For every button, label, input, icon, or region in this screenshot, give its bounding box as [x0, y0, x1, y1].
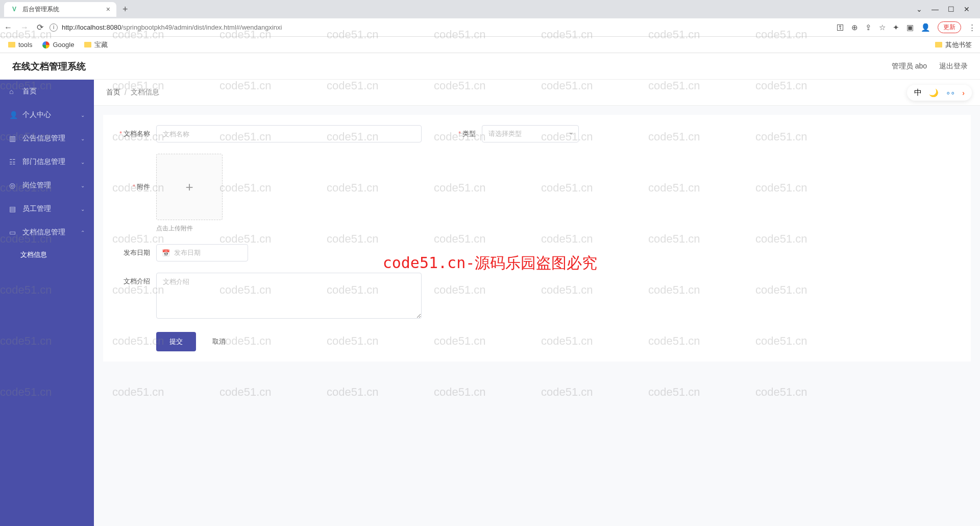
- app-title: 在线文档管理系统: [12, 60, 86, 73]
- url-text: http://localhost:8080/springbootpkh49/ad…: [62, 23, 282, 31]
- upload-hint: 点击上传附件: [156, 224, 223, 233]
- breadcrumb-sep: /: [125, 88, 127, 97]
- plus-icon: +: [185, 179, 193, 195]
- window-controls: ⌄ — ☐ ✕: [916, 5, 976, 13]
- breadcrumb-home[interactable]: 首页: [106, 88, 120, 97]
- bookmark-tools[interactable]: tools: [8, 41, 32, 49]
- dots-icon[interactable]: ∘∘: [946, 88, 955, 98]
- chevron-down-icon: ⌄: [81, 159, 85, 165]
- target-icon: ◎: [9, 181, 17, 189]
- folder-icon: [84, 42, 91, 47]
- chevron-down-icon: ⌄: [81, 112, 85, 118]
- type-label: *类型: [450, 125, 476, 138]
- vue-icon: V: [10, 5, 18, 13]
- close-icon[interactable]: ×: [106, 5, 110, 13]
- breadcrumb: 首页 / 文档信息: [94, 80, 980, 106]
- form-row-attach: *附件 + 点击上传附件: [111, 154, 963, 233]
- cancel-button[interactable]: 取消: [212, 337, 226, 346]
- sidebar-item-personal[interactable]: 👤 个人中心 ⌄: [0, 103, 94, 127]
- browser-tab[interactable]: V 后台管理系统 ×: [4, 2, 116, 17]
- publish-date-input[interactable]: 📅 发布日期: [156, 244, 248, 261]
- calendar-icon: 📅: [162, 249, 170, 257]
- tab-bar: V 后台管理系统 × + ⌄ — ☐ ✕: [0, 0, 980, 18]
- collapse-icon[interactable]: ›: [962, 88, 965, 97]
- publish-date-label: 发布日期: [111, 244, 150, 257]
- new-tab-button[interactable]: +: [122, 4, 128, 15]
- sidebar-item-notice[interactable]: ▥ 公告信息管理 ⌄: [0, 127, 94, 150]
- site-info-icon[interactable]: i: [50, 23, 58, 32]
- user-icon: 👤: [9, 111, 17, 119]
- intro-textarea[interactable]: [156, 273, 422, 319]
- tab-title: 后台管理系统: [22, 5, 59, 14]
- sidebar-item-staff[interactable]: ▤ 员工管理 ⌄: [0, 197, 94, 221]
- chevron-up-icon: ⌃: [81, 230, 85, 235]
- browser-chrome: V 后台管理系统 × + ⌄ — ☐ ✕ ← → ⟳ i http://loca…: [0, 0, 980, 53]
- nav-arrows: ← → ⟳: [4, 22, 43, 32]
- home-icon: ⌂: [9, 87, 17, 95]
- star-icon[interactable]: ☆: [879, 23, 886, 32]
- zoom-icon[interactable]: ⊕: [851, 23, 858, 32]
- chevron-down-icon: ⌄: [81, 136, 85, 141]
- sidebar: ⌂ 首页 👤 个人中心 ⌄ ▥ 公告信息管理 ⌄ ☷ 部门信息管理 ⌄ ◎ 岗位…: [0, 80, 94, 526]
- theme-icon[interactable]: 🌙: [929, 88, 939, 98]
- sidepanel-icon[interactable]: ▣: [906, 23, 914, 32]
- extensions-icon[interactable]: ✦: [893, 23, 899, 32]
- float-tools: 中 🌙 ∘∘ ›: [907, 85, 972, 101]
- update-button[interactable]: 更新: [938, 21, 961, 33]
- doc-name-label: *文档名称: [111, 125, 150, 138]
- chart-icon: ▥: [9, 134, 17, 142]
- lang-toggle[interactable]: 中: [914, 88, 922, 98]
- breadcrumb-current: 文档信息: [131, 88, 159, 97]
- bookmark-google[interactable]: Google: [42, 41, 74, 49]
- sidebar-subitem-doc-info[interactable]: 文档信息: [0, 244, 94, 266]
- address-bar: ← → ⟳ i http://localhost:8080/springboot…: [0, 18, 980, 37]
- bookmarks-bar: tools Google 宝藏 其他书签: [0, 37, 980, 53]
- sidebar-item-doc-mgmt[interactable]: ▭ 文档信息管理 ⌃: [0, 221, 94, 244]
- app-body: ⌂ 首页 👤 个人中心 ⌄ ▥ 公告信息管理 ⌄ ☷ 部门信息管理 ⌄ ◎ 岗位…: [0, 80, 980, 526]
- back-button[interactable]: ←: [4, 23, 12, 32]
- submit-button[interactable]: 提交: [156, 332, 196, 351]
- doc-icon: ▭: [9, 228, 17, 236]
- maximize-icon[interactable]: ☐: [948, 5, 954, 13]
- url-field[interactable]: i http://localhost:8080/springbootpkh49/…: [50, 23, 830, 32]
- chevron-down-icon: ⌄: [81, 206, 85, 212]
- close-window-icon[interactable]: ✕: [964, 5, 970, 13]
- profile-icon[interactable]: 👤: [921, 23, 930, 32]
- reload-button[interactable]: ⟳: [37, 22, 43, 32]
- google-icon: [42, 41, 50, 49]
- form-row-intro: 文档介绍: [111, 273, 963, 321]
- form-row-name-type: *文档名称 *类型 请选择类型: [111, 125, 963, 142]
- dept-icon: ☷: [9, 158, 17, 166]
- minimize-icon[interactable]: —: [932, 5, 939, 13]
- sidebar-item-home[interactable]: ⌂ 首页: [0, 80, 94, 103]
- user-label[interactable]: 管理员 abo: [892, 62, 927, 71]
- sidebar-item-position[interactable]: ◎ 岗位管理 ⌄: [0, 174, 94, 197]
- key-icon[interactable]: ⚿: [837, 23, 844, 32]
- share-icon[interactable]: ⇪: [865, 23, 872, 32]
- form-row-date: 发布日期 📅 发布日期: [111, 244, 963, 261]
- upload-box[interactable]: +: [156, 154, 223, 220]
- sidebar-item-dept[interactable]: ☷ 部门信息管理 ⌄: [0, 150, 94, 174]
- attach-label: *附件: [111, 154, 150, 192]
- logout-button[interactable]: 退出登录: [939, 62, 968, 71]
- doc-name-input[interactable]: [156, 125, 422, 142]
- menu-icon[interactable]: ⋮: [968, 23, 976, 32]
- main-content: 中 🌙 ∘∘ › 首页 / 文档信息 *文档名称: [94, 80, 980, 526]
- staff-icon: ▤: [9, 205, 17, 213]
- intro-label: 文档介绍: [111, 273, 150, 286]
- folder-icon: [8, 42, 15, 47]
- bookmark-treasure[interactable]: 宝藏: [84, 40, 108, 50]
- chevron-down-icon: ⌄: [81, 183, 85, 188]
- folder-icon: [935, 42, 942, 47]
- form-area: *文档名称 *类型 请选择类型 *附件: [103, 115, 971, 362]
- address-icons: ⚿ ⊕ ⇪ ☆ ✦ ▣ 👤 更新 ⋮: [837, 21, 976, 33]
- chevron-down-icon[interactable]: ⌄: [916, 5, 922, 13]
- forward-button[interactable]: →: [20, 23, 29, 32]
- app-header: 在线文档管理系统 管理员 abo 退出登录: [0, 53, 980, 80]
- bookmark-other[interactable]: 其他书签: [935, 40, 972, 50]
- header-right: 管理员 abo 退出登录: [892, 62, 968, 71]
- button-row: 提交 取消: [156, 332, 963, 351]
- app-container: 在线文档管理系统 管理员 abo 退出登录 ⌂ 首页 👤 个人中心 ⌄ ▥ 公告…: [0, 53, 980, 526]
- type-select[interactable]: 请选择类型: [482, 125, 579, 142]
